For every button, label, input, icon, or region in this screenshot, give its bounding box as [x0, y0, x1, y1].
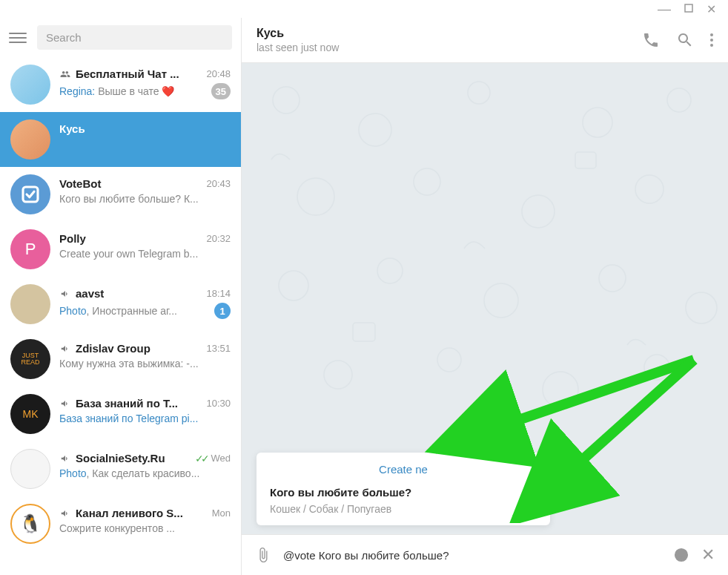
- chat-list: Бесплатный Чат ... 20:48 Regina: Выше в …: [0, 57, 241, 575]
- chat-item[interactable]: VoteBot 20:43 Кого вы любите больше? К..…: [0, 167, 241, 222]
- vote-popup[interactable]: Create ne Кого вы любите больше? Кошек /…: [257, 453, 550, 525]
- avatar: [10, 449, 50, 489]
- search-icon[interactable]: [676, 31, 694, 49]
- chat-item[interactable]: Бесплатный Чат ... 20:48 Regina: Выше в …: [0, 57, 241, 112]
- menu-button[interactable]: [9, 29, 27, 47]
- chat-title: База знаний по T...: [59, 397, 202, 410]
- channel-icon: [59, 289, 71, 299]
- unread-badge: 35: [211, 83, 231, 99]
- message-input[interactable]: @vote Кого вы любите больше?: [283, 549, 661, 562]
- chat-header: Кусь last seen just now: [242, 18, 728, 63]
- chat-time: 10:30: [206, 398, 231, 409]
- chat-time: Wed: [211, 453, 231, 464]
- avatar: [10, 119, 50, 160]
- chat-area: Create ne Кого вы любите больше? Кошек /…: [242, 63, 728, 534]
- chat-preview: Photo, Как сделать красиво...: [59, 467, 231, 479]
- chat-time: 20:48: [206, 68, 231, 79]
- search-input[interactable]: Search: [37, 25, 232, 50]
- avatar: [10, 65, 50, 105]
- window-titlebar: — ✕: [0, 0, 728, 18]
- avatar: [10, 284, 50, 324]
- chat-preview: Сожрите конкурентов ...: [59, 522, 231, 534]
- channel-icon: [59, 398, 71, 409]
- avatar: 🐧: [10, 504, 50, 544]
- svg-point-25: [675, 549, 688, 562]
- sidebar: Search Бесплатный Чат ... 20:48 Regina: …: [0, 18, 242, 575]
- group-icon: [59, 69, 71, 79]
- chat-title: aavst: [59, 287, 202, 300]
- chat-item[interactable]: aavst 18:14 Photo, Иностранные аг... 1: [0, 277, 241, 332]
- avatar: MK: [10, 394, 50, 434]
- chat-preview: Photo, Иностранные аг...: [59, 305, 210, 317]
- popup-create-label: Create ne: [270, 463, 537, 476]
- call-icon[interactable]: [642, 31, 660, 49]
- message-composer: @vote Кого вы любите больше? ✕: [242, 534, 728, 575]
- main-panel: Кусь last seen just now: [242, 18, 728, 575]
- chat-time: 13:51: [206, 343, 231, 354]
- avatar: [10, 174, 50, 214]
- avatar: JUSTREAD: [10, 339, 50, 379]
- header-title: Кусь: [257, 27, 632, 40]
- header-status: last seen just now: [257, 42, 632, 53]
- chat-item-selected[interactable]: Кусь: [0, 112, 241, 167]
- channel-icon: [59, 508, 71, 519]
- read-checks-icon: ✓✓: [195, 453, 207, 464]
- chat-preview: Regina: Выше в чате ❤️: [59, 85, 207, 97]
- emoji-icon[interactable]: [673, 547, 689, 563]
- more-options-button[interactable]: [710, 33, 713, 47]
- avatar: P: [10, 229, 50, 269]
- chat-preview: Кого вы любите больше? К...: [59, 193, 231, 205]
- chat-title: VoteBot: [59, 177, 202, 190]
- close-button[interactable]: ✕: [707, 2, 716, 16]
- maximize-button[interactable]: [684, 2, 693, 16]
- chat-preview: Кому нужна эта выжимка: -...: [59, 358, 231, 369]
- unread-badge: 1: [214, 303, 231, 319]
- svg-point-27: [683, 553, 684, 554]
- chat-preview: Create your own Telegram b...: [59, 248, 231, 260]
- svg-point-26: [678, 553, 680, 554]
- cancel-icon[interactable]: ✕: [701, 545, 715, 565]
- chat-item[interactable]: MK База знаний по T... 10:30 База знаний…: [0, 387, 241, 441]
- chat-time: 18:14: [206, 288, 231, 299]
- channel-icon: [59, 453, 71, 464]
- chat-item[interactable]: 🐧 Канал ленивого S... Mon Сожрите конкур…: [0, 496, 241, 551]
- chat-title: Кусь: [59, 122, 231, 135]
- chat-title: Zdislav Group: [59, 342, 202, 355]
- svg-rect-0: [685, 4, 692, 12]
- minimize-button[interactable]: —: [658, 1, 671, 17]
- chat-background: [242, 63, 728, 508]
- popup-options: Кошек / Собак / Попугаев: [270, 503, 537, 515]
- chat-title: Канал ленивого S...: [59, 507, 208, 519]
- chat-item[interactable]: P Polly 20:32 Create your own Telegram b…: [0, 222, 241, 277]
- chat-preview: База знаний по Telegram pi...: [59, 413, 231, 424]
- chat-title: Polly: [59, 232, 202, 245]
- chat-title: Бесплатный Чат ...: [59, 68, 202, 80]
- chat-title: SocialnieSety.Ru: [59, 452, 191, 464]
- chat-time: Mon: [212, 507, 231, 519]
- attach-icon[interactable]: [255, 547, 271, 563]
- svg-rect-2: [242, 63, 728, 508]
- chat-item[interactable]: SocialnieSety.Ru ✓✓ Wed Photo, Как сдела…: [0, 441, 241, 496]
- chat-time: 20:43: [206, 178, 231, 189]
- chat-item[interactable]: JUSTREAD Zdislav Group 13:51 Кому нужна …: [0, 332, 241, 387]
- chat-time: 20:32: [206, 233, 231, 244]
- channel-icon: [59, 344, 71, 354]
- popup-question: Кого вы любите больше?: [270, 486, 537, 499]
